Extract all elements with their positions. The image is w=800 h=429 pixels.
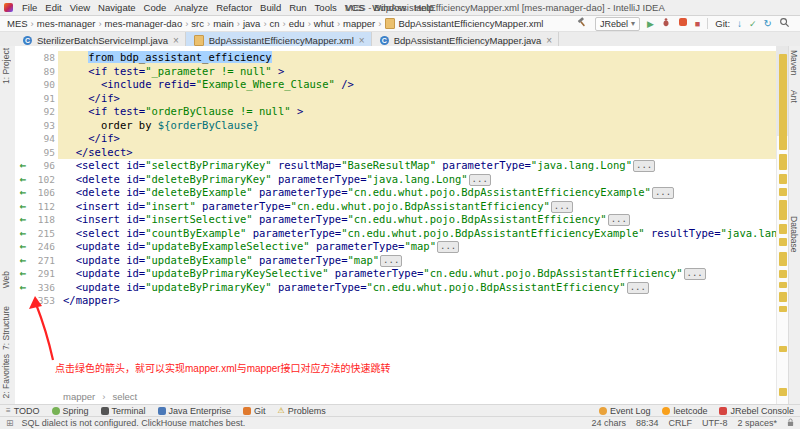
editor-breadcrumb-select[interactable]: select — [111, 391, 138, 402]
change-marker[interactable] — [779, 188, 787, 196]
menu-code[interactable]: Code — [140, 2, 171, 13]
toolwindow-button-1-project[interactable]: 1: Project — [1, 48, 11, 84]
toolwindow-button-database[interactable]: Database — [789, 216, 799, 252]
build-hammer-icon[interactable] — [577, 17, 588, 31]
code-text[interactable]: <update id="updateByExampleSelective" pa… — [58, 240, 777, 254]
vcs-revert-icon[interactable]: ↻ — [764, 18, 772, 29]
menu-navigate[interactable]: Navigate — [94, 2, 140, 13]
goto-mapper-interface-arrow-icon[interactable]: ← — [15, 213, 31, 227]
status-88-34[interactable]: 88:34 — [636, 418, 659, 428]
close-tab-icon[interactable]: × — [546, 35, 552, 46]
folded-code-badge[interactable]: ... — [627, 282, 649, 294]
toolwindow-button-leetcode[interactable]: leetcode — [662, 406, 707, 416]
menu-tools[interactable]: Tools — [311, 2, 341, 13]
toolwindow-button-event-log[interactable]: Event Log — [599, 406, 651, 416]
goto-mapper-interface-arrow-icon[interactable]: ← — [15, 240, 31, 254]
toolwindow-button-problems[interactable]: ⚠Problems — [278, 406, 326, 416]
folded-code-badge[interactable]: ... — [633, 160, 655, 172]
toolwindow-button-2-favorites[interactable]: 2: Favorites — [1, 354, 11, 398]
breadcrumb-item-mes-manager-dao[interactable]: mes-manager-dao — [104, 18, 184, 29]
menu-file[interactable]: File — [18, 2, 41, 13]
search-everywhere-icon[interactable] — [779, 17, 790, 31]
code-text[interactable]: <update id="updateByPrimaryKey" paramete… — [58, 281, 777, 295]
menu-build[interactable]: Build — [256, 2, 285, 13]
code-text[interactable]: order by ${orderByClause} — [58, 119, 777, 133]
vcs-commit-icon[interactable]: ✓ — [749, 19, 757, 29]
code-text[interactable]: <delete id="deleteByExample" parameterTy… — [58, 186, 777, 200]
code-text[interactable]: <update id="updateByExample" parameterTy… — [58, 254, 777, 268]
change-marker[interactable] — [779, 54, 787, 150]
goto-mapper-interface-arrow-icon[interactable]: ← — [15, 281, 31, 295]
breadcrumb-item-mes[interactable]: MES — [6, 18, 29, 29]
folded-code-badge[interactable]: ... — [652, 187, 674, 199]
folded-code-badge[interactable]: ... — [437, 241, 459, 253]
code-text[interactable]: <update id="updateByPrimaryKeySelective"… — [58, 267, 777, 281]
goto-mapper-interface-arrow-icon[interactable]: ← — [15, 227, 31, 241]
goto-mapper-interface-arrow-icon[interactable]: ← — [15, 186, 31, 200]
breadcrumb-item-bdpassistantefficiencymapper-xml[interactable]: BdpAssistantEfficiencyMapper.xml — [397, 18, 544, 29]
folded-code-badge[interactable]: ... — [469, 174, 491, 186]
code-text[interactable]: </if> — [58, 92, 777, 106]
change-marker[interactable] — [779, 238, 787, 246]
folded-code-badge[interactable]: ... — [380, 255, 402, 267]
change-marker[interactable] — [779, 292, 787, 302]
code-text[interactable]: <select id="countByExample" parameterTyp… — [58, 227, 777, 241]
breadcrumb-item-src[interactable]: src — [190, 18, 205, 29]
code-text[interactable]: <if test="orderByClause != null" > — [58, 105, 777, 119]
breadcrumb-item-mapper[interactable]: mapper — [342, 18, 376, 29]
debug-icon[interactable] — [661, 17, 671, 30]
toolwindow-button-jrebel-console[interactable]: JRebel Console — [719, 406, 794, 416]
goto-mapper-interface-arrow-icon[interactable]: ← — [15, 267, 31, 281]
code-text[interactable]: </select> — [58, 146, 777, 160]
toolwindow-button-git[interactable]: Git — [243, 406, 266, 416]
stop-icon[interactable]: ■ — [695, 19, 700, 29]
breadcrumb-item-whut[interactable]: whut — [313, 18, 335, 29]
goto-mapper-interface-arrow-icon[interactable]: ← — [15, 159, 31, 173]
code-text[interactable]: <delete id="deleteByPrimaryKey" paramete… — [58, 173, 777, 187]
change-marker[interactable] — [779, 154, 787, 170]
menu-edit[interactable]: Edit — [41, 2, 65, 13]
breadcrumb-item-main[interactable]: main — [212, 18, 235, 29]
toolwindow-button-spring[interactable]: Spring — [52, 406, 89, 416]
code-text[interactable]: </if> — [58, 132, 777, 146]
status-utf-8[interactable]: UTF-8 — [702, 418, 728, 428]
change-marker[interactable] — [779, 282, 787, 288]
status-crlf[interactable]: CRLF — [668, 418, 692, 428]
close-tab-icon[interactable]: × — [359, 35, 365, 46]
lock-icon[interactable] — [787, 418, 794, 429]
change-marker[interactable] — [779, 346, 787, 352]
status-message[interactable]: SQL dialect is not configured. ClickHous… — [22, 418, 246, 428]
menu-run[interactable]: Run — [285, 2, 310, 13]
code-text[interactable]: <if test="_parameter != null" > — [58, 65, 777, 79]
change-marker[interactable] — [779, 174, 787, 184]
code-text[interactable]: <select id="selectByPrimaryKey" resultMa… — [58, 159, 777, 173]
menu-view[interactable]: View — [66, 2, 94, 13]
goto-mapper-interface-arrow-icon[interactable]: ← — [15, 200, 31, 214]
change-marker[interactable] — [779, 270, 787, 278]
editor-breadcrumb-mapper[interactable]: mapper — [62, 391, 96, 402]
change-marker[interactable] — [779, 306, 787, 312]
toolwindow-button-todo[interactable]: ≡TODO — [6, 406, 40, 416]
run-icon[interactable]: ▶ — [647, 19, 654, 29]
breadcrumb-item-cn[interactable]: cn — [269, 18, 281, 29]
change-marker[interactable] — [779, 224, 787, 234]
status-24-chars[interactable]: 24 chars — [591, 418, 626, 428]
folded-code-badge[interactable]: ... — [551, 201, 573, 213]
toolwindow-button-maven[interactable]: Maven — [789, 50, 799, 76]
toolwindow-button-java-enterprise[interactable]: Java Enterprise — [158, 406, 232, 416]
toolwindow-button-terminal[interactable]: Terminal — [101, 406, 146, 416]
status-2-spaces[interactable]: 2 spaces* — [737, 418, 777, 428]
goto-mapper-interface-arrow-icon[interactable]: ← — [15, 173, 31, 187]
change-marker[interactable] — [779, 252, 787, 266]
breadcrumb-item-edu[interactable]: edu — [288, 18, 306, 29]
close-tab-icon[interactable]: × — [173, 35, 179, 46]
vcs-update-icon[interactable]: ↓ — [737, 18, 742, 29]
code-text[interactable]: <insert id="insertSelective" parameterTy… — [58, 213, 777, 227]
code-text[interactable]: from bdp_assistant_efficiency — [58, 51, 777, 65]
run-configuration-selector[interactable]: JRebel ▾ — [595, 17, 640, 31]
code-text[interactable]: </mapper> — [58, 294, 777, 308]
folded-code-badge[interactable]: ... — [608, 214, 630, 226]
breadcrumb-item-mes-manager[interactable]: mes-manager — [36, 18, 97, 29]
toolwindow-button-ant[interactable]: Ant — [789, 90, 799, 103]
toolwindow-button-web[interactable]: Web — [1, 271, 11, 288]
